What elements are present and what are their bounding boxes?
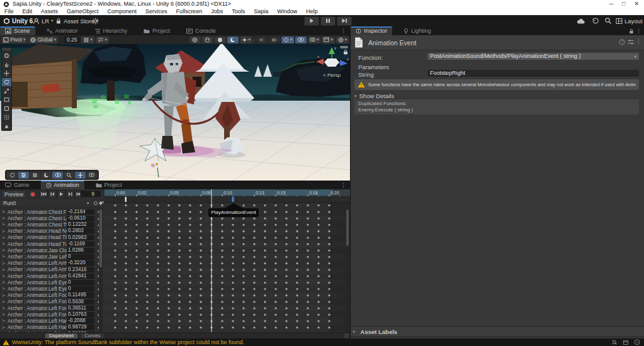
animation-property-row[interactable]: ≻Archer : Animator.Jaw Clos1.0286 bbox=[0, 247, 105, 254]
search-button[interactable] bbox=[604, 15, 612, 26]
property-value-field[interactable]: 0.02983 bbox=[67, 235, 94, 241]
animation-property-row[interactable]: ≻Archer : Animator.Left Fore0.36511 bbox=[0, 305, 105, 311]
property-value-field[interactable]: 0.5638 bbox=[67, 299, 94, 305]
property-value-field[interactable]: -0.3220 bbox=[67, 260, 94, 266]
menu-item-fullscreen[interactable]: Fullscreen bbox=[172, 8, 207, 15]
transform-tool-button[interactable] bbox=[2, 104, 11, 113]
string-field[interactable]: FootstepRight bbox=[427, 70, 639, 77]
animation-property-row[interactable]: ≻Archer : Animator.Left Han0.98729 bbox=[0, 325, 105, 331]
shading-mode-icon[interactable] bbox=[189, 36, 201, 43]
property-value-field[interactable]: 0.42841 bbox=[67, 274, 94, 279]
animation-property-row[interactable]: ≻Archer : Animator.Head No0.2802 bbox=[0, 228, 105, 235]
move-tool-button[interactable] bbox=[2, 69, 11, 78]
progress-status-icon[interactable] bbox=[634, 339, 640, 345]
step-button[interactable] bbox=[337, 16, 352, 26]
animation-property-row[interactable]: ≻Archer : Animator.Head Tur-0.1169 bbox=[0, 241, 105, 247]
show-details-foldout[interactable]: ▾ Show Details bbox=[354, 92, 394, 99]
grid-snap-toggle[interactable]: ▾ bbox=[81, 36, 94, 43]
layout-dropdown[interactable]: Layout▾ bbox=[616, 15, 644, 26]
inspector-menu-icon[interactable]: ⋮ bbox=[633, 26, 644, 35]
tab-hierarchy[interactable]: Hierarchy bbox=[89, 26, 133, 35]
previous-key-button[interactable] bbox=[48, 190, 57, 199]
menu-item-help[interactable]: Help bbox=[302, 8, 322, 15]
property-value-field[interactable]: 0.36511 bbox=[67, 306, 94, 311]
scene-visibility-icon[interactable] bbox=[295, 36, 307, 43]
account-menu[interactable]: LR▾ bbox=[33, 15, 53, 26]
menu-item-services[interactable]: Services bbox=[141, 8, 172, 15]
clip-dropdown[interactable]: Run0 bbox=[3, 200, 16, 206]
panel-menu-icon[interactable]: ⋮ bbox=[338, 26, 349, 35]
tab-project-bottom[interactable]: Project bbox=[91, 181, 127, 189]
grid-snap-increment-field[interactable]: 0.25 bbox=[64, 36, 80, 43]
add-event-button[interactable] bbox=[99, 201, 104, 206]
global-toggle[interactable]: Global▾ bbox=[28, 36, 58, 43]
help-icon[interactable]: ? bbox=[619, 39, 625, 45]
animation-property-row[interactable]: ≻Archer : Animator.Left Arm-0.3220 bbox=[0, 260, 105, 267]
gizmos-dropdown[interactable]: ▾ bbox=[336, 36, 349, 43]
skybox-toggle-icon[interactable] bbox=[227, 36, 239, 43]
property-value-field[interactable]: 0 bbox=[67, 254, 94, 260]
minimize-button[interactable]: ─ bbox=[609, 0, 613, 8]
property-value-field[interactable]: -0.0610 bbox=[67, 216, 94, 221]
animation-property-row[interactable]: ≻Archer : Animator.Left Fore0.10763 bbox=[0, 311, 105, 318]
component-menu-icon[interactable]: ⋮ bbox=[633, 37, 644, 46]
editor-tool-button[interactable] bbox=[2, 122, 11, 130]
animation-property-row[interactable]: ≻Archer : Animator.Left Arm0.23416 bbox=[0, 267, 105, 273]
property-value-field[interactable]: 0 bbox=[67, 280, 94, 286]
curves-button[interactable]: Curves bbox=[81, 333, 104, 338]
view-tool-button[interactable] bbox=[2, 52, 11, 60]
menu-item-edit[interactable]: Edit bbox=[18, 8, 37, 15]
preview-toggle[interactable]: Preview bbox=[1, 190, 26, 199]
menu-item-jobs[interactable]: Jobs bbox=[206, 8, 227, 15]
visibility-icon[interactable] bbox=[52, 172, 63, 179]
package-manager-icon[interactable] bbox=[623, 339, 629, 345]
tab-animator[interactable]: Animator bbox=[42, 26, 83, 35]
animation-property-row[interactable]: ≻Archer : Animator.Jaw Left0 bbox=[0, 254, 105, 260]
animation-property-row[interactable]: ≻Archer : Animator.Chest Fr-0.2184 bbox=[0, 209, 105, 215]
services-gear-button[interactable] bbox=[92, 15, 99, 26]
camera-preview-icon[interactable] bbox=[86, 172, 97, 179]
pause-button[interactable] bbox=[320, 16, 336, 26]
asset-labels-section[interactable]: ▸ Asset Labels bbox=[351, 326, 644, 337]
menu-item-assets[interactable]: Assets bbox=[37, 8, 62, 15]
orbit-icon[interactable] bbox=[7, 172, 18, 179]
2d-mode-icon[interactable] bbox=[202, 36, 213, 43]
grid-visibility-icon[interactable] bbox=[30, 172, 40, 179]
menu-item-window[interactable]: Window bbox=[273, 8, 302, 15]
rect-tool-button[interactable] bbox=[2, 96, 11, 104]
status-bar[interactable]: WwiseUnity: The platform SoundBank subfo… bbox=[0, 338, 644, 346]
tab-inspector[interactable]: Inspector bbox=[351, 26, 392, 35]
play-button[interactable] bbox=[304, 16, 319, 26]
move-overlay-icon[interactable] bbox=[75, 172, 86, 179]
dopesheet-button[interactable]: Dopesheet bbox=[45, 333, 77, 338]
zoom-icon[interactable] bbox=[64, 172, 74, 179]
tab-lighting[interactable]: Lighting bbox=[398, 26, 436, 35]
render-mode-icon[interactable] bbox=[41, 172, 52, 179]
property-value-field[interactable]: 0.10763 bbox=[67, 312, 94, 318]
animation-property-row[interactable]: ≻Archer : Animator.Chest Le-0.0610 bbox=[0, 215, 105, 221]
custom-tool-button[interactable] bbox=[2, 113, 11, 122]
cloud-button[interactable] bbox=[577, 15, 585, 26]
tab-scene[interactable]: Scene bbox=[0, 26, 35, 35]
tab-project[interactable]: Project bbox=[138, 26, 175, 35]
menu-item-file[interactable]: File bbox=[0, 8, 18, 15]
gizmo-select-dropdown[interactable]: ▾ bbox=[281, 36, 294, 43]
property-list-scrollbar[interactable] bbox=[99, 209, 103, 332]
add-keyframe-button[interactable] bbox=[93, 201, 98, 206]
animation-property-row[interactable]: ≻Archer : Animator.Left Arm0.42841 bbox=[0, 273, 105, 279]
menu-item-sapia[interactable]: Sapia bbox=[249, 8, 273, 15]
overlays-dropdown[interactable]: ▾ bbox=[322, 36, 334, 43]
panel-menu-icon[interactable]: ⋮ bbox=[338, 181, 349, 189]
property-value-field[interactable]: 0.2802 bbox=[67, 228, 94, 234]
property-value-field[interactable]: 0 bbox=[67, 286, 94, 292]
property-value-field[interactable]: 0.98729 bbox=[67, 325, 94, 330]
play-animation-button[interactable] bbox=[57, 190, 65, 199]
scene-view[interactable]: y x z < Persp bbox=[0, 44, 350, 181]
pivot-toggle[interactable]: Pivot▾ bbox=[1, 36, 27, 43]
notifications-icon[interactable] bbox=[611, 339, 618, 345]
close-button[interactable]: ✕ bbox=[634, 0, 639, 8]
property-value-field[interactable]: 1.0286 bbox=[67, 248, 94, 254]
record-button[interactable] bbox=[28, 190, 37, 199]
property-value-field[interactable]: 0.11495 bbox=[67, 293, 94, 298]
menu-item-gameobject[interactable]: GameObject bbox=[62, 8, 103, 15]
